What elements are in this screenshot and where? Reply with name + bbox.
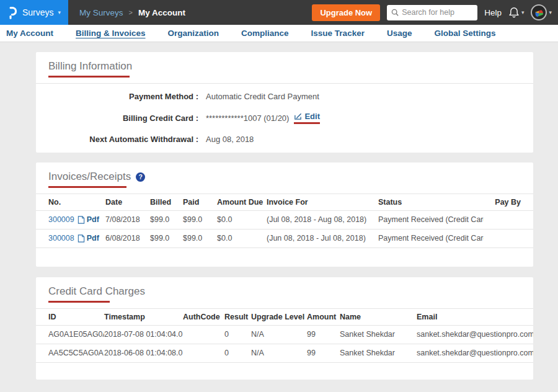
col-paid: Paid [183,194,217,210]
credit-card-charges-header: Credit Card Charges [36,277,533,309]
col-status: Status [378,194,484,210]
topbar-actions: Upgrade Now Help ▾ ▾ [312,4,552,21]
invoice-period: (Jun 08, 2018 - Jul 08, 2018) [267,229,378,247]
help-icon[interactable]: ? [136,172,145,182]
edit-label: Edit [304,112,320,121]
invoice-row: 300008 Pdf 6/08/2018 $99.0 $99.0 $0.0 (J… [36,229,533,247]
charge-email: sanket.shekdar@questionpro.com [417,344,533,362]
title-accent-underline [48,186,126,188]
charge-row: AA5C5C5AG0A 2018-06-08 01:04:08.0 0 N/A … [36,344,533,362]
col-amount: Amount [307,309,340,325]
charges-header-row: ID Timestamp AuthCode Result Upgrade Lev… [36,309,533,325]
edit-accent-underline [294,122,320,124]
tab-compliance[interactable]: Compliance [241,29,289,38]
charge-upgrade-level: N/A [251,325,307,344]
tab-billing-invoices[interactable]: Billing & Invoices [76,29,146,38]
billing-credit-card-label: Billing Credit Card : [48,114,198,123]
col-billed: Billed [150,194,183,210]
invoice-number-link[interactable]: 300009 [48,215,74,224]
upgrade-now-button[interactable]: Upgrade Now [312,4,380,21]
tab-organization[interactable]: Organization [168,29,219,38]
charge-row: AG0A1E05AG0A 2018-07-08 01:04:04.0 0 N/A… [36,325,533,344]
edit-card-link[interactable]: Edit [294,112,320,121]
col-email: Email [417,309,533,325]
avatar [531,4,547,20]
breadcrumb-current-page: My Account [138,8,185,17]
invoice-amount-due: $0.0 [217,229,267,247]
billing-credit-card-value: ************1007 (01/20) Edit [206,112,320,124]
col-result: Result [224,309,251,325]
col-pay-by: Pay By [484,194,533,210]
pdf-document-icon [78,216,85,224]
charge-authcode [183,344,224,362]
edit-pencil-icon [294,112,302,120]
charge-result: 0 [224,325,251,344]
payment-method-value: Automatic Credit Card Payment [206,92,319,101]
invoice-pdf-link[interactable]: Pdf [78,234,99,243]
charge-amount: 99 [307,325,340,344]
pdf-label: Pdf [87,215,99,224]
invoice-billed: $99.0 [150,210,183,229]
invoice-pdf-link[interactable]: Pdf [78,215,99,224]
billing-information-title: Billing Information [48,60,132,73]
chevron-down-icon: ▾ [521,10,525,16]
invoices-receipts-title: Invoices/Receipts ? [48,171,145,183]
invoices-title-text: Invoices/Receipts [48,171,131,183]
invoices-table: No. Date Billed Paid Amount Due Invoice … [36,194,533,248]
col-timestamp: Timestamp [104,309,183,325]
masked-card-number: ************1007 (01/20) [206,114,289,123]
help-search-box[interactable] [387,5,477,20]
breadcrumb-separator-icon: > [129,9,133,16]
charge-result: 0 [224,344,251,362]
col-authcode: AuthCode [183,309,224,325]
credit-card-charges-title: Credit Card Charges [48,285,145,298]
payment-method-row: Payment Method : Automatic Credit Card P… [48,92,521,101]
account-menu[interactable]: ▾ [531,4,552,20]
breadcrumb-my-surveys[interactable]: My Surveys [79,8,123,17]
charges-table: ID Timestamp AuthCode Result Upgrade Lev… [36,309,533,363]
chevron-down-icon: ▾ [58,10,61,16]
charge-name: Sanket Shekdar [340,344,417,362]
col-invoice-for: Invoice For [267,194,378,210]
billing-credit-card-row: Billing Credit Card : ************1007 (… [48,112,521,124]
col-amount-due: Amount Due [217,194,267,210]
billing-information-panel: Billing Information Payment Method : Aut… [36,52,533,153]
notifications-menu[interactable]: ▾ [508,7,525,19]
col-upgrade-level: Upgrade Level [251,309,307,325]
bell-icon [508,7,520,19]
tab-my-account[interactable]: My Account [6,29,53,38]
title-accent-underline [48,301,110,303]
questionpro-logo-icon [7,6,18,19]
invoice-date: 6/08/2018 [105,229,150,247]
product-switcher[interactable]: Surveys ▾ [0,0,68,25]
breadcrumb: My Surveys > My Account [79,8,185,17]
title-accent-underline [48,76,130,78]
charge-upgrade-level: N/A [251,344,307,362]
invoices-header-row: No. Date Billed Paid Amount Due Invoice … [36,194,533,210]
invoice-paid: $99.0 [183,229,217,247]
charge-timestamp: 2018-06-08 01:04:08.0 [104,344,183,362]
invoices-receipts-header: Invoices/Receipts ? [36,163,533,194]
product-name: Surveys [22,7,54,17]
charge-id: AG0A1E05AG0A [36,325,104,344]
account-nav-tabs: My Account Billing & Invoices Organizati… [0,25,558,42]
charge-name: Sanket Shekdar [340,325,417,344]
tab-global-settings[interactable]: Global Settings [434,29,495,38]
invoices-receipts-panel: Invoices/Receipts ? No. Date Billed Paid… [36,163,533,267]
search-input[interactable] [402,8,470,17]
help-menu[interactable]: Help [484,8,502,17]
invoice-status: Payment Received (Credit Card) [378,210,484,229]
charge-authcode [183,325,224,344]
next-withdrawal-row: Next Automatic Withdrawal : Aug 08, 2018 [48,135,521,144]
invoice-paid: $99.0 [183,210,217,229]
invoice-date: 7/08/2018 [105,210,150,229]
credit-card-charges-panel: Credit Card Charges ID Timestamp AuthCod… [36,277,533,380]
invoice-pay-by [484,210,533,229]
col-no: No. [36,194,105,210]
col-date: Date [105,194,150,210]
tab-issue-tracker[interactable]: Issue Tracker [311,29,365,38]
tab-usage[interactable]: Usage [387,29,412,38]
chevron-down-icon: ▾ [549,10,552,16]
invoice-number-link[interactable]: 300008 [48,234,74,243]
search-icon [391,9,399,16]
